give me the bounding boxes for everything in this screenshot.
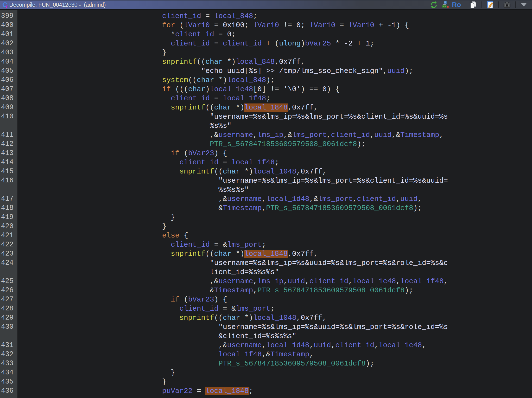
code-token[interactable]: [	[253, 85, 257, 93]
code-token[interactable]: lms_ip	[257, 131, 283, 139]
code-token[interactable]: -1	[387, 21, 396, 29]
code-token[interactable]: ,	[253, 286, 257, 295]
code-token[interactable]: *	[171, 30, 175, 39]
code-token[interactable]: char	[214, 103, 231, 112]
code-token[interactable]: Timestamp	[400, 131, 439, 139]
code-token[interactable]: client_id	[162, 12, 201, 20]
code-token[interactable]: ,	[374, 341, 379, 349]
code-line[interactable]: 424 "username=%s&lms_ip=%s&uuid=%s&lms_p…	[0, 258, 532, 268]
code-text[interactable]: &Timestamp,PTR_s_5678471853609579508_006…	[17, 204, 532, 213]
code-token[interactable]: );	[266, 76, 275, 84]
code-token[interactable]: uuid	[288, 277, 305, 285]
code-token[interactable]: local_1c48	[379, 341, 422, 349]
code-token[interactable]: PTR_s_5678471853609579508_0061dcf8	[266, 204, 413, 212]
code-text[interactable]: "username=%s&lms_ip=%s&uuid=%s&lms_port=…	[17, 258, 532, 268]
code-line[interactable]: 414 client_id = local_1f48;	[0, 158, 532, 167]
code-token[interactable]: local_848	[236, 58, 275, 66]
code-token[interactable]: 0x7ff	[292, 103, 314, 112]
code-token[interactable]: char	[205, 58, 223, 66]
code-token[interactable]: ,	[296, 314, 301, 322]
code-token[interactable]: &client_id=%s%s%s"	[218, 332, 296, 340]
snapshot-button[interactable]	[502, 0, 512, 9]
code-token[interactable]: ,	[283, 277, 288, 285]
code-token[interactable]: ,&	[218, 341, 227, 349]
code-text[interactable]: }	[17, 368, 532, 377]
code-token[interactable]: +	[374, 21, 387, 29]
code-token[interactable]: (	[179, 149, 188, 157]
code-token[interactable]: ,&	[210, 131, 218, 139]
code-token[interactable]: ,	[314, 250, 318, 258]
code-token[interactable]: ((	[197, 58, 205, 66]
code-token[interactable]: client_id	[175, 30, 214, 39]
code-token[interactable]: 0x7ff	[279, 58, 301, 66]
edit-button[interactable]	[485, 0, 495, 9]
code-token[interactable]: '\0'	[283, 85, 301, 93]
code-token[interactable]: uuid	[387, 67, 405, 75]
code-token[interactable]: ,	[288, 250, 292, 258]
code-line[interactable]: 422 client_id = &lms_port;	[0, 240, 532, 249]
code-token[interactable]: "username=%s&lms_ip=%s&uuid=%s&lms_port=…	[210, 259, 448, 267]
code-token[interactable]: ,	[301, 58, 305, 66]
code-text[interactable]: "username=%s&lms_ip=%s&lms_port=%s&clien…	[17, 112, 532, 121]
code-token[interactable]: ,	[322, 314, 327, 322]
code-token[interactable]: client_id	[179, 305, 218, 313]
code-token[interactable]: for	[162, 21, 175, 29]
code-token[interactable]: username	[218, 277, 253, 285]
code-token[interactable]: client_id	[179, 158, 218, 167]
code-line[interactable]: 408 client_id = local_1f48;	[0, 94, 532, 103]
code-text[interactable]: puVar22 = local_1848;	[17, 386, 532, 396]
code-token[interactable]: ,	[383, 67, 387, 75]
code-line[interactable]: %s%s%s"	[0, 185, 532, 194]
code-token[interactable]: ,	[439, 131, 443, 139]
code-token[interactable]: ,&	[218, 195, 227, 203]
code-token[interactable]: );	[366, 359, 374, 368]
code-token[interactable]: ;	[275, 158, 279, 167]
code-token[interactable]: client_id	[331, 131, 370, 139]
code-token[interactable]: *)	[231, 250, 244, 258]
code-token[interactable]: );	[413, 204, 422, 212]
code-token[interactable]: client_id	[171, 94, 210, 103]
highlighted-token[interactable]: local_1848	[244, 250, 288, 258]
code-text[interactable]: for (lVar10 = 0x100; lVar10 != 0; lVar10…	[17, 21, 532, 30]
code-token[interactable]: (	[179, 295, 188, 304]
code-line[interactable]: 410 "username=%s&lms_ip=%s&lms_port=%s&c…	[0, 112, 532, 121]
code-text[interactable]: snprintf((char *)local_1848,0x7ff,	[17, 249, 532, 258]
code-token[interactable]: ,	[331, 341, 335, 349]
code-token[interactable]: PTR_s_5678471853609579508_0061dcf8	[218, 359, 366, 368]
code-line[interactable]: 403 }	[0, 48, 532, 57]
code-token[interactable]: ,	[422, 341, 426, 349]
code-token[interactable]: lVar10	[184, 21, 210, 29]
code-token[interactable]: lVar10	[309, 21, 335, 29]
code-text[interactable]: "username=%s&lms_ip=%s&uuid=%s&lms_port=…	[17, 322, 532, 332]
code-token[interactable]: = &	[218, 305, 236, 313]
code-token[interactable]: snprintf	[179, 314, 214, 322]
code-token[interactable]: uuid	[314, 341, 331, 349]
code-token[interactable]: ,	[309, 341, 314, 349]
code-token[interactable]: ,	[418, 195, 422, 203]
code-token[interactable]: local_848	[214, 12, 253, 20]
code-token[interactable]: "username=%s&lms_ip=%s&uuid=%s&lms_port=…	[218, 323, 448, 331]
code-token[interactable]: local_1f48	[231, 158, 275, 167]
code-line[interactable]: 407 if (((char)local_1c48[0] != '\0') ==…	[0, 85, 532, 94]
code-line[interactable]: 419 }	[0, 213, 532, 222]
code-token[interactable]: local_1d48	[266, 195, 309, 203]
code-token[interactable]: ,	[353, 195, 357, 203]
code-token[interactable]: ((	[205, 250, 214, 258]
code-token[interactable]: ,	[396, 277, 400, 285]
code-token[interactable]: ;	[249, 387, 253, 395]
code-text[interactable]: client_id = client_id + (ulong)bVar25 * …	[17, 39, 532, 48]
code-token[interactable]: lms_port	[236, 305, 270, 313]
code-token[interactable]: }	[171, 213, 175, 221]
code-token[interactable]: ;	[244, 21, 253, 29]
code-token[interactable]: ,&	[210, 277, 218, 285]
code-token[interactable]: ;	[270, 305, 275, 313]
code-token[interactable]: 0x7ff	[292, 250, 314, 258]
code-token[interactable]: client_id	[223, 39, 262, 48]
code-token[interactable]: snprintf	[162, 58, 197, 66]
code-text[interactable]: ,&username,local_1d48,uuid,client_id,loc…	[17, 341, 532, 350]
menu-dropdown-button[interactable]	[519, 0, 529, 9]
code-token[interactable]: }	[162, 49, 166, 57]
code-token[interactable]: 0	[296, 21, 301, 29]
code-token[interactable]: snprintf	[171, 103, 205, 112]
code-token[interactable]: Timestamp	[270, 350, 309, 359]
